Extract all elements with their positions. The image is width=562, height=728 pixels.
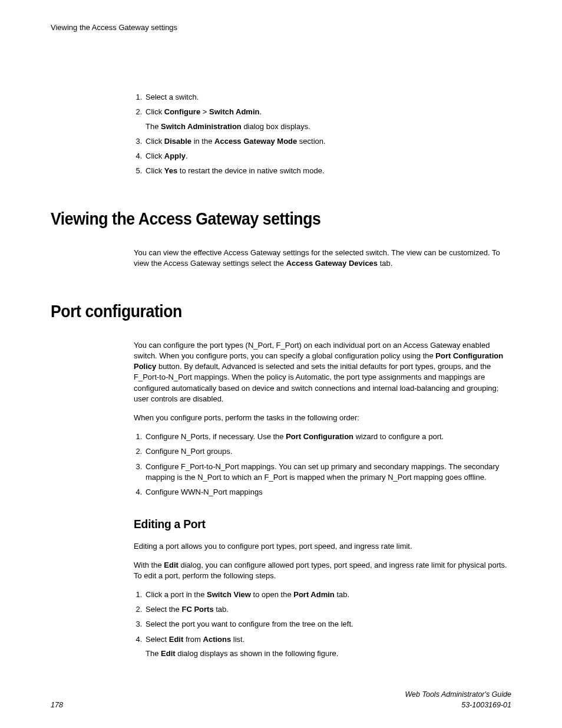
text: Configure N_Port groups. xyxy=(146,447,232,456)
text: to open the xyxy=(251,590,293,599)
paragraph-block: You can view the effective Access Gatewa… xyxy=(134,248,511,269)
text: With the xyxy=(134,561,164,569)
step-item: Select the port you want to configure fr… xyxy=(144,619,511,630)
step-item: Select Edit from Actions list. The Edit … xyxy=(144,634,511,659)
text: Select the port you want to configure fr… xyxy=(146,620,353,628)
text: Click xyxy=(146,151,164,160)
text: Click xyxy=(146,137,164,146)
text: . xyxy=(259,107,262,116)
step-item: Click a port in the Switch View to open … xyxy=(144,589,511,600)
text: tab. xyxy=(214,605,229,614)
text: The xyxy=(146,649,161,658)
bold-text: Switch Admin xyxy=(209,107,259,116)
guide-title: Web Tools Administrator's Guide xyxy=(405,690,511,700)
step-item: Configure N_Port groups. xyxy=(144,446,511,457)
bold-text: Switch Administration xyxy=(161,122,242,131)
text: to restart the device in native switch m… xyxy=(177,166,324,175)
bold-text: Yes xyxy=(164,166,177,175)
heading-port-configuration: Port configuration xyxy=(51,299,474,324)
body-text: You can view the effective Access Gatewa… xyxy=(134,248,511,269)
text: dialog, you can configure allowed port t… xyxy=(134,561,507,580)
ordered-list: Select a switch. Click Configure > Switc… xyxy=(134,92,511,176)
body-text: You can configure the port types (N_Port… xyxy=(134,340,511,404)
step-item: Click Yes to restart the device in nativ… xyxy=(144,166,511,176)
text: section. xyxy=(297,137,325,146)
page: Viewing the Access Gateway settings Sele… xyxy=(0,0,562,728)
step-item: Select the FC Ports tab. xyxy=(144,604,511,615)
text: dialog box displays. xyxy=(242,122,310,131)
bold-text: Configure xyxy=(164,107,200,116)
bold-text: Edit xyxy=(161,649,176,658)
body-text: When you configure ports, perform the ta… xyxy=(134,413,511,423)
step-item: Click Apply. xyxy=(144,151,511,162)
page-footer: 178 Web Tools Administrator's Guide 53-1… xyxy=(51,690,511,710)
page-number: 178 xyxy=(51,700,63,711)
body-text: Editing a port allows you to configure p… xyxy=(134,541,511,552)
text: Click xyxy=(146,166,164,175)
bold-text: Apply xyxy=(164,151,186,160)
step-item: Configure N_Ports, if necessary. Use the… xyxy=(144,431,511,442)
text: dialog displays as shown in the followin… xyxy=(176,649,339,658)
text: tab. xyxy=(378,259,392,268)
bold-text: Switch View xyxy=(207,590,251,599)
text: Select the xyxy=(146,605,181,614)
port-config-block: You can configure the port types (N_Port… xyxy=(134,340,511,659)
text: Select xyxy=(146,635,169,644)
step-item: Select a switch. xyxy=(144,92,511,103)
text: in the xyxy=(191,137,214,146)
text: wizard to configure a port. xyxy=(353,432,444,441)
ordered-list: Configure N_Ports, if necessary. Use the… xyxy=(134,431,511,498)
doc-id: 53-1003169-01 xyxy=(405,700,511,711)
text: tab. xyxy=(335,590,349,599)
running-head: Viewing the Access Gateway settings xyxy=(51,22,511,33)
ordered-list: Click a port in the Switch View to open … xyxy=(134,589,511,659)
steps-block-top: Select a switch. Click Configure > Switc… xyxy=(134,92,511,176)
heading-editing-port: Editing a Port xyxy=(134,515,481,532)
body-text: With the Edit dialog, you can configure … xyxy=(134,560,511,581)
bold-text: Actions xyxy=(203,635,232,644)
footer-right: Web Tools Administrator's Guide 53-10031… xyxy=(405,690,511,710)
text: . xyxy=(186,151,188,160)
step-sub: The Switch Administration dialog box dis… xyxy=(146,121,511,132)
bold-text: Disable xyxy=(164,137,191,146)
text: Configure N_Ports, if necessary. Use the xyxy=(146,432,286,441)
step-item: Configure WWN-N_Port mappings xyxy=(144,487,511,498)
bold-text: Access Gateway Mode xyxy=(214,137,297,146)
bold-text: Access Gateway Devices xyxy=(286,259,378,268)
step-text: Select a switch. xyxy=(146,93,199,101)
bold-text: Edit xyxy=(169,635,184,644)
text: Click xyxy=(146,107,164,116)
text: Click a port in the xyxy=(146,590,207,599)
step-sub: The Edit dialog displays as shown in the… xyxy=(146,648,511,659)
text: Configure WWN-N_Port mappings xyxy=(146,487,263,496)
bold-text: Port Configuration xyxy=(286,432,353,441)
text: list. xyxy=(231,635,244,644)
step-item: Configure F_Port-to-N_Port mappings. You… xyxy=(144,462,511,483)
text: > xyxy=(200,107,209,116)
step-item: Click Disable in the Access Gateway Mode… xyxy=(144,136,511,147)
text: The xyxy=(146,122,161,131)
bold-text: Port Admin xyxy=(293,590,335,599)
text: from xyxy=(183,635,203,644)
bold-text: FC Ports xyxy=(181,605,213,614)
bold-text: Edit xyxy=(164,561,178,569)
heading-viewing-settings: Viewing the Access Gateway settings xyxy=(51,207,474,231)
text: button. By default, Advanced is selected… xyxy=(134,362,498,403)
text: Configure F_Port-to-N_Port mappings. You… xyxy=(146,462,499,482)
step-item: Click Configure > Switch Admin. The Swit… xyxy=(144,107,511,131)
